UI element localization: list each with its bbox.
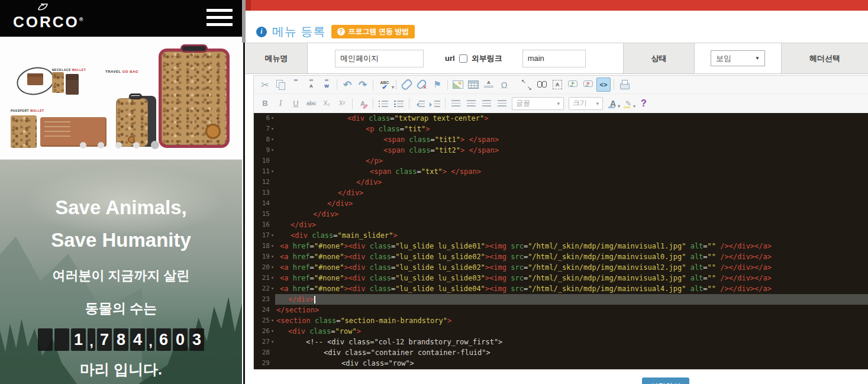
line-number: 6▾: [254, 113, 275, 124]
code-line-20[interactable]: 20▾<a href="#none"><div class="lu_slide …: [254, 262, 868, 273]
carousel-dots[interactable]: [80, 141, 159, 149]
code-line-23[interactable]: 23</div>: [254, 294, 868, 305]
undo-icon[interactable]: ↶: [340, 78, 354, 92]
external-link-checkbox[interactable]: [459, 54, 467, 63]
cut-icon[interactable]: ✂: [258, 78, 272, 92]
font-dropdown[interactable]: 글꼴: [512, 97, 564, 110]
url-input[interactable]: [522, 50, 586, 67]
fold-caret-icon[interactable]: ▾: [270, 326, 275, 337]
code-line-10[interactable]: 10</p>: [254, 156, 868, 166]
carousel-dot[interactable]: [80, 142, 86, 149]
code-line-8[interactable]: 8▾<span class="tit1"> </span>: [254, 134, 868, 145]
source-code-area[interactable]: 6▾<div class="txtwrap text-center">7▾<p …: [254, 113, 868, 369]
code-line-15[interactable]: 15</div>: [254, 209, 868, 220]
align-center-icon[interactable]: [464, 96, 478, 111]
carousel-dot[interactable]: [115, 142, 122, 149]
code-line-18[interactable]: 18▾<a href="#none"><div class="lu_slide …: [254, 241, 868, 251]
code-line-27[interactable]: 27▾<!-- <div class="col-12 brandstory_ro…: [254, 337, 868, 347]
indent-icon[interactable]: [428, 96, 442, 111]
fold-caret-icon[interactable]: ▾: [270, 134, 275, 145]
save-button[interactable]: 저장하기: [642, 377, 689, 384]
horizontal-rule-icon[interactable]: A: [482, 78, 496, 92]
print-icon[interactable]: [617, 78, 631, 92]
unlink-icon[interactable]: ×: [415, 78, 429, 92]
table-icon[interactable]: [466, 78, 480, 92]
code-line-24[interactable]: 24</section>: [254, 305, 868, 315]
superscript-icon[interactable]: X²: [335, 96, 349, 111]
align-right-icon[interactable]: [479, 96, 493, 111]
code-line-7[interactable]: 7▾<p class="tit">: [254, 124, 868, 134]
code-line-26[interactable]: 26▾<div class="row">: [254, 326, 868, 337]
code-line-17[interactable]: 17▾<div class="main_slider">: [254, 230, 868, 241]
code-line-25[interactable]: 25▾<section class="section-main-brandsto…: [254, 315, 868, 326]
status-select[interactable]: 보임: [711, 50, 765, 66]
link-icon[interactable]: [399, 78, 414, 92]
code-line-22[interactable]: 22▾<a href="#none"><div class="lu_slide …: [254, 283, 868, 294]
copy-icon[interactable]: [273, 78, 288, 92]
fold-caret-icon[interactable]: ▾: [270, 337, 275, 347]
paste-text-icon[interactable]: A: [304, 78, 318, 92]
code-line-16[interactable]: 16</div>: [254, 220, 868, 230]
help-icon[interactable]: ?: [637, 96, 651, 111]
fold-caret-icon[interactable]: ▾: [270, 145, 275, 156]
carousel-dot[interactable]: [133, 142, 140, 149]
carousel-dot[interactable]: [151, 141, 159, 149]
align-left-icon[interactable]: [448, 96, 463, 111]
fold-caret-icon[interactable]: ▾: [270, 166, 275, 177]
numbered-list-icon[interactable]: [376, 96, 391, 111]
subscript-icon[interactable]: X₂: [320, 96, 334, 111]
preview-scrollbar-track[interactable]: [243, 0, 245, 384]
redo-icon[interactable]: ↷: [356, 78, 370, 92]
anchor-flag-icon[interactable]: ⚑: [430, 78, 444, 92]
menu-button[interactable]: [206, 9, 233, 28]
fold-caret-icon[interactable]: ▾: [270, 251, 275, 262]
code-line-29[interactable]: 29<div class="row">: [254, 358, 868, 369]
fold-caret-icon[interactable]: ▾: [270, 241, 275, 251]
program-link-help-button[interactable]: ? 프로그램 연동 방법: [331, 25, 415, 38]
code-line-11[interactable]: 11▾<span class="txt"> </span>: [254, 166, 868, 177]
line-number: 26▾: [254, 326, 275, 337]
fold-caret-icon[interactable]: ▾: [270, 113, 275, 124]
allow-tag-icon[interactable]: +: [566, 78, 580, 92]
maximize-icon[interactable]: [519, 78, 534, 92]
special-char-icon[interactable]: Ω: [497, 78, 511, 92]
code-line-6[interactable]: 6▾<div class="txtwrap text-center">: [254, 113, 868, 124]
remove-format-icon[interactable]: A: [356, 96, 370, 111]
bg-color-icon[interactable]: ✎: [621, 96, 635, 111]
fold-caret-icon[interactable]: ▾: [270, 262, 275, 273]
code-line-12[interactable]: 12</div>: [254, 177, 868, 188]
align-justify-icon[interactable]: [495, 96, 509, 111]
strike-icon[interactable]: abc: [304, 96, 318, 111]
bulleted-list-icon[interactable]: [392, 96, 406, 111]
outdent-icon[interactable]: [412, 96, 427, 111]
carousel-dot[interactable]: [98, 142, 104, 149]
bold-icon[interactable]: B: [258, 96, 272, 111]
code-line-19[interactable]: 19▾<a href="#none"><div class="lu_slide …: [254, 251, 868, 262]
code-line-21[interactable]: 21▾<a href="#none"><div class="lu_slide …: [254, 273, 868, 283]
code-line-28[interactable]: 28<div class="container container-fluid"…: [254, 347, 868, 358]
paste-word-icon[interactable]: W: [320, 78, 334, 92]
fold-caret-icon[interactable]: ▾: [270, 230, 275, 241]
code-line-9[interactable]: 9▾<span class="tit2"> </span>: [254, 145, 868, 156]
text-color-icon[interactable]: A: [606, 96, 620, 111]
spellcheck-icon[interactable]: ABC: [376, 78, 393, 92]
fold-caret-icon[interactable]: ▾: [270, 124, 275, 134]
brand-logo[interactable]: CORCO®: [13, 2, 72, 28]
find-icon[interactable]: [535, 78, 549, 92]
image-icon[interactable]: [451, 78, 465, 92]
code-line-30[interactable]: 30<div class="col-12 col-lg-7 brandstory…: [254, 369, 868, 369]
italic-icon[interactable]: I: [273, 96, 288, 111]
product-slider[interactable]: NECKLACE WALLET PASSPORT WALLET TRAVEL G…: [0, 37, 242, 160]
fold-caret-icon[interactable]: ▾: [270, 283, 275, 294]
source-icon[interactable]: <>: [596, 78, 611, 92]
code-line-13[interactable]: 13</div>: [254, 188, 868, 198]
underline-icon[interactable]: U: [289, 96, 303, 111]
menu-name-input[interactable]: [335, 50, 424, 67]
paste-icon[interactable]: [289, 78, 303, 92]
size-dropdown[interactable]: 크기: [569, 97, 603, 110]
fold-caret-icon[interactable]: ▾: [270, 273, 275, 283]
block-tag-icon[interactable]: ×: [581, 78, 595, 92]
code-line-14[interactable]: 14</div>: [254, 198, 868, 209]
select-all-icon[interactable]: A: [550, 78, 564, 92]
fold-caret-icon[interactable]: ▾: [270, 315, 275, 326]
